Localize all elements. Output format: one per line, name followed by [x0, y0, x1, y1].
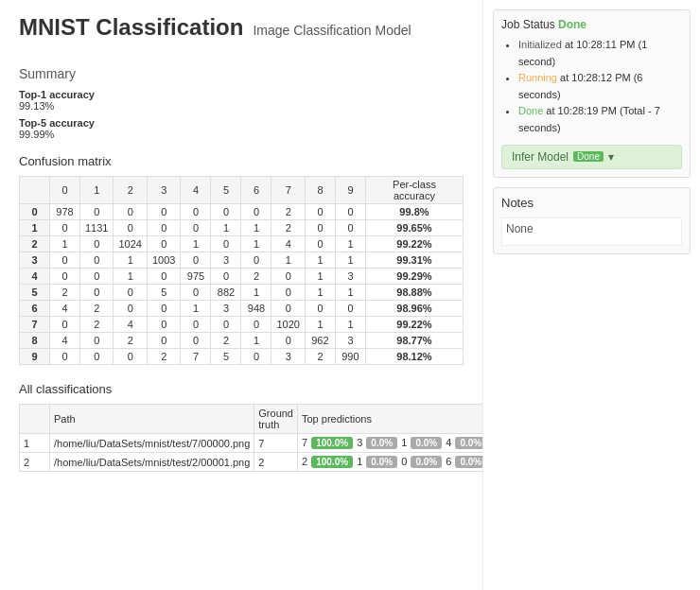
prediction-badge: 100.0% [311, 456, 353, 468]
table-row: 3001100303011199.31% [20, 252, 464, 269]
table-header-row: 0 1 2 3 4 5 6 7 8 9 Per-class accuracy [20, 177, 464, 204]
prediction-badge: 0.0% [455, 437, 482, 449]
page-subtitle: Image Classification Model [253, 23, 411, 38]
list-item: 1/home/liu/DataSets/mnist/test/7/00000.p… [20, 434, 483, 453]
confusion-matrix-title: Confusion matrix [19, 154, 464, 168]
prediction-badge: 0.0% [411, 456, 442, 468]
prediction-label: 6 [446, 456, 454, 467]
classifications-table: Path Ground truth Top predictions 1/home… [19, 404, 482, 472]
metric-top1: Top-1 accuracy 99.13% [19, 89, 464, 112]
infer-model-button[interactable]: Infer Model Done ▾ [501, 145, 682, 169]
prediction-label: 1 [357, 456, 365, 467]
prediction-label: 3 [357, 437, 365, 448]
classif-header-row: Path Ground truth Top predictions [20, 405, 483, 434]
confusion-matrix-section: Confusion matrix 0 1 2 3 4 5 6 7 8 9 [19, 154, 464, 365]
prediction-label: 1 [401, 437, 410, 448]
page-title: MNIST Classification [19, 14, 243, 41]
prediction-label: 7 [302, 437, 310, 448]
job-status-label: Job Status [501, 18, 555, 31]
table-row: 7024000010201199.22% [20, 317, 464, 333]
prediction-badge: 0.0% [366, 456, 397, 468]
notes-box: Notes None [493, 187, 691, 254]
table-row: 900027503299098.12% [20, 349, 464, 365]
all-classifications-section: All classifications Path Ground truth To… [19, 382, 464, 472]
table-row: 642001394800098.96% [20, 301, 464, 317]
all-classifications-title: All classifications [19, 382, 464, 396]
table-row: 097800000020099.8% [20, 204, 464, 220]
table-row: 2101024010140199.22% [20, 236, 464, 252]
status-initialized: Initialized at 10:28:11 PM (1 second) [518, 37, 682, 70]
table-row: 1011310001120099.65% [20, 220, 464, 236]
table-row: 840200210962398.77% [20, 333, 464, 349]
prediction-badge: 100.0% [311, 437, 353, 449]
infer-btn-status: Done [573, 151, 604, 162]
summary-title: Summary [19, 66, 464, 81]
prediction-label: 2 [302, 456, 310, 467]
prediction-badge: 0.0% [411, 437, 442, 449]
confusion-matrix-table: 0 1 2 3 4 5 6 7 8 9 Per-class accuracy 0… [19, 176, 464, 365]
infer-btn-label: Infer Model [512, 150, 569, 164]
metric-top5: Top-5 accuracy 99.99% [19, 117, 464, 140]
table-row: 520050882101198.88% [20, 285, 464, 301]
chevron-down-icon: ▾ [608, 150, 614, 164]
notes-content: None [501, 217, 682, 246]
job-status-box: Job Status Done Initialized at 10:28:11 … [493, 9, 691, 178]
summary-section: Summary Top-1 accuracy 99.13% Top-5 accu… [19, 52, 464, 145]
status-running: Running at 10:28:12 PM (6 seconds) [518, 70, 682, 103]
notes-title: Notes [501, 196, 682, 210]
table-row: 400109750201399.29% [20, 269, 464, 285]
prediction-label: 4 [446, 437, 454, 448]
job-status-header: Job Status Done [501, 18, 682, 31]
prediction-label: 0 [401, 456, 410, 467]
prediction-badge: 0.0% [455, 456, 482, 468]
job-status-value: Done [558, 18, 586, 31]
list-item: 2/home/liu/DataSets/mnist/test/2/00001.p… [20, 453, 483, 472]
status-list: Initialized at 10:28:11 PM (1 second) Ru… [501, 37, 682, 137]
status-done: Done at 10:28:19 PM (Total - 7 seconds) [518, 103, 682, 136]
right-panel: Job Status Done Initialized at 10:28:11 … [482, 0, 700, 590]
prediction-badge: 0.0% [366, 437, 397, 449]
page-title-container: MNIST Classification Image Classificatio… [19, 14, 464, 41]
